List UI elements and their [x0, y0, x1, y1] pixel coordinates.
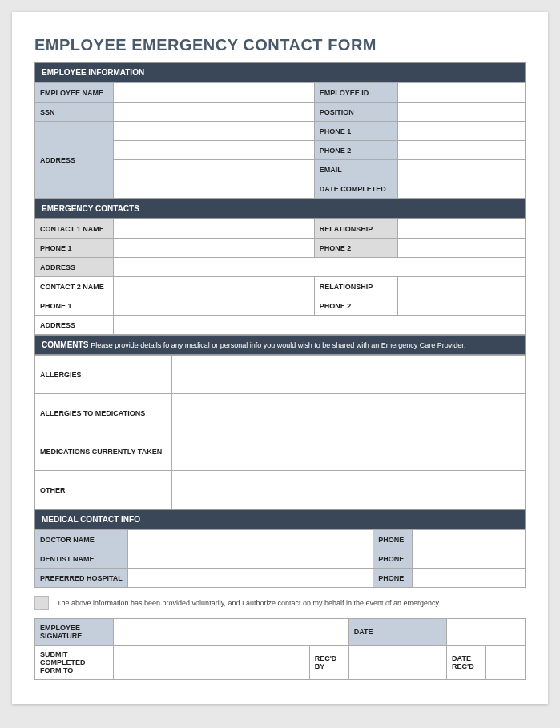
authorization-row: The above information has been provided …: [34, 596, 526, 610]
input-date-recd[interactable]: [486, 646, 526, 680]
emergency-contacts-table: CONTACT 1 NAME RELATIONSHIP PHONE 1 PHON…: [34, 219, 526, 335]
input-c1-phone2[interactable]: [397, 239, 525, 258]
section-header-emergency: EMERGENCY CONTACTS: [34, 199, 526, 219]
input-contact1-name[interactable]: [113, 219, 314, 239]
label-doctor: DOCTOR NAME: [35, 530, 128, 549]
comments-header-text: COMMENTS: [42, 340, 88, 349]
input-address-4[interactable]: [113, 179, 314, 199]
input-employee-id[interactable]: [397, 83, 525, 103]
input-allergies[interactable]: [172, 356, 526, 394]
label-signature: EMPLOYEE SIGNATURE: [35, 619, 114, 646]
comments-table: ALLERGIES ALLERGIES TO MEDICATIONS MEDIC…: [34, 355, 526, 509]
label-c2-phone2: PHONE 2: [314, 296, 397, 316]
comments-note: Please provide details fo any medical or…: [91, 341, 465, 349]
input-c2-phone1[interactable]: [113, 296, 314, 316]
input-hospital-phone[interactable]: [413, 569, 526, 588]
authorization-checkbox[interactable]: [34, 596, 49, 610]
label-doctor-phone: PHONE: [373, 530, 413, 549]
label-dentist-phone: PHONE: [373, 549, 413, 569]
label-recd-by: REC'D BY: [309, 646, 348, 680]
input-dentist[interactable]: [128, 549, 373, 569]
label-email: EMAIL: [314, 160, 397, 179]
input-phone2[interactable]: [397, 141, 525, 160]
label-submit-to: SUBMIT COMPLETED FORM TO: [35, 646, 114, 680]
input-c2-relationship[interactable]: [397, 277, 525, 296]
input-medications[interactable]: [172, 432, 526, 471]
label-employee-id: EMPLOYEE ID: [314, 83, 397, 103]
label-c1-relationship: RELATIONSHIP: [314, 219, 397, 239]
authorization-text: The above information has been provided …: [57, 599, 441, 607]
input-c2-address[interactable]: [113, 316, 525, 335]
input-dentist-phone[interactable]: [413, 549, 526, 569]
input-c1-relationship[interactable]: [397, 219, 525, 239]
label-position: POSITION: [314, 103, 397, 122]
label-ssn: SSN: [35, 103, 114, 122]
label-address: ADDRESS: [35, 122, 114, 199]
section-header-comments: COMMENTS Please provide details fo any m…: [34, 335, 526, 355]
input-contact2-name[interactable]: [113, 277, 314, 296]
input-email[interactable]: [397, 160, 525, 179]
input-doctor-phone[interactable]: [413, 530, 526, 549]
label-c1-phone2: PHONE 2: [314, 239, 397, 258]
employee-info-table: EMPLOYEE NAME EMPLOYEE ID SSN POSITION A…: [34, 82, 526, 199]
input-signature[interactable]: [113, 619, 348, 646]
input-other[interactable]: [172, 471, 526, 509]
input-address-1[interactable]: [113, 122, 314, 141]
input-recd-by[interactable]: [348, 646, 446, 680]
label-dentist: DENTIST NAME: [35, 549, 128, 569]
input-ssn[interactable]: [113, 103, 314, 122]
label-contact2-name: CONTACT 2 NAME: [35, 277, 114, 296]
label-c2-relationship: RELATIONSHIP: [314, 277, 397, 296]
label-medications: MEDICATIONS CURRENTLY TAKEN: [35, 432, 172, 471]
input-doctor[interactable]: [128, 530, 373, 549]
label-employee-name: EMPLOYEE NAME: [35, 83, 114, 103]
label-hospital-phone: PHONE: [373, 569, 413, 588]
input-c2-phone2[interactable]: [397, 296, 525, 316]
form-title: EMPLOYEE EMERGENCY CONTACT FORM: [34, 36, 526, 54]
section-header-employee: EMPLOYEE INFORMATION: [34, 62, 526, 82]
input-employee-name[interactable]: [113, 83, 314, 103]
label-phone2: PHONE 2: [314, 141, 397, 160]
input-c1-phone1[interactable]: [113, 239, 314, 258]
signature-table: EMPLOYEE SIGNATURE DATE SUBMIT COMPLETED…: [34, 618, 526, 680]
label-c1-address: ADDRESS: [35, 258, 114, 277]
section-header-medical: MEDICAL CONTACT INFO: [34, 509, 526, 529]
label-date-completed: DATE COMPLETED: [314, 179, 397, 199]
input-phone1[interactable]: [397, 122, 525, 141]
label-allergies: ALLERGIES: [35, 356, 172, 394]
input-date-completed[interactable]: [397, 179, 525, 199]
label-c1-phone1: PHONE 1: [35, 239, 114, 258]
input-submit-to[interactable]: [113, 646, 309, 680]
label-allergies-med: ALLERGIES TO MEDICATIONS: [35, 394, 172, 432]
input-sig-date[interactable]: [447, 619, 526, 646]
form-page: EMPLOYEE EMERGENCY CONTACT FORM EMPLOYEE…: [12, 12, 548, 704]
input-address-2[interactable]: [113, 141, 314, 160]
label-sig-date: DATE: [348, 619, 446, 646]
label-c2-phone1: PHONE 1: [35, 296, 114, 316]
input-allergies-med[interactable]: [172, 394, 526, 432]
label-date-recd: DATE REC'D: [447, 646, 486, 680]
input-position[interactable]: [397, 103, 525, 122]
input-address-3[interactable]: [113, 160, 314, 179]
medical-table: DOCTOR NAME PHONE DENTIST NAME PHONE PRE…: [34, 529, 526, 588]
label-c2-address: ADDRESS: [35, 316, 114, 335]
label-other: OTHER: [35, 471, 172, 509]
input-c1-address[interactable]: [113, 258, 525, 277]
label-phone1: PHONE 1: [314, 122, 397, 141]
input-hospital[interactable]: [128, 569, 373, 588]
label-hospital: PREFERRED HOSPITAL: [35, 569, 128, 588]
label-contact1-name: CONTACT 1 NAME: [35, 219, 114, 239]
